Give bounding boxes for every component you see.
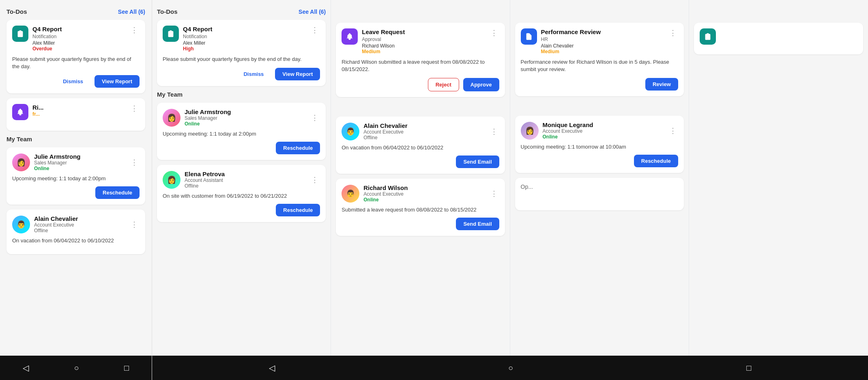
- col1-q4-status: High: [183, 46, 213, 52]
- col3-monique-body: Upcoming meeting: 1:1 tomorrow at 10:00a…: [521, 144, 678, 150]
- col2-spacer: [336, 8, 505, 23]
- col1-elena-avatar: 👩: [163, 171, 180, 189]
- julie-card-header: 👩 Julie Armstrong Sales Manager Online ⋮: [12, 153, 140, 171]
- col3-monique-more[interactable]: ⋮: [668, 126, 678, 135]
- col1-julie-card: 👩 Julie Armstrong Sales Manager Online ⋮…: [157, 103, 326, 160]
- tablet-home-icon[interactable]: ○: [508, 363, 513, 373]
- col2-leave-more[interactable]: ⋮: [489, 28, 499, 37]
- col3-monique-avatar: 👩: [521, 122, 539, 140]
- see-all-link[interactable]: See All (6): [118, 9, 145, 15]
- col3-perf-sub: HR: [541, 37, 601, 42]
- col3-perf-body: Performance review for Richard Wilson is…: [521, 58, 678, 73]
- col3-perf-actions: Review: [521, 78, 678, 91]
- col2-richard-send-email[interactable]: Send Email: [456, 218, 499, 230]
- col1-julie-more[interactable]: ⋮: [309, 113, 320, 122]
- col3-monique-actions: Reschedule: [521, 155, 678, 167]
- col2-richard-title: Account Executive: [363, 191, 408, 197]
- alain-avatar: 👨: [12, 216, 30, 233]
- col2-richard-more[interactable]: ⋮: [489, 189, 499, 198]
- col1-see-all[interactable]: See All (6): [299, 9, 326, 15]
- col2-alain-body: On vacation from 06/04/2022 to 06/10/202…: [342, 145, 499, 151]
- col2-leave-body: Richard Wilson submitted a leave request…: [342, 58, 499, 73]
- phone-screen: To-Dos See All (6) Q4 Report Notificatio…: [0, 0, 152, 380]
- col3-perf-icon-info: Performance Review HR Alain Chevalier Me…: [521, 28, 601, 54]
- col1-q4-sub: Notification: [183, 34, 213, 39]
- col1-q4-more[interactable]: ⋮: [309, 26, 320, 35]
- col1-elena-more[interactable]: ⋮: [309, 175, 320, 184]
- col2-leave-actions: Reject Approve: [342, 78, 499, 91]
- col3-review-button[interactable]: Review: [645, 78, 678, 91]
- tablet-bottom-nav: ◁ ○ □: [152, 356, 868, 380]
- julie-name: Julie Armstrong: [34, 153, 80, 160]
- alain-card: 👨 Alain Chevalier Account Executive Offl…: [6, 209, 145, 254]
- col2-richard-actions: Send Email: [342, 218, 499, 230]
- col3-monique-header: 👩 Monique Legrand Account Executive Onli…: [521, 121, 678, 140]
- julie-reschedule-button[interactable]: Reschedule: [95, 186, 140, 199]
- col2-alain-status: Offline: [363, 135, 407, 140]
- more-options-icon[interactable]: ⋮: [129, 26, 140, 35]
- report-icon: [12, 26, 28, 42]
- square-icon[interactable]: □: [124, 363, 129, 373]
- col1-todos-title: To-Dos: [157, 8, 178, 15]
- col3-monique-reschedule[interactable]: Reschedule: [634, 155, 678, 167]
- julie-more-icon[interactable]: ⋮: [129, 158, 140, 167]
- tablet-col-4: [689, 0, 868, 356]
- partial-title: Ri...: [32, 104, 44, 111]
- col2-leave-title: Leave Request: [362, 28, 405, 36]
- col1-view-report-button[interactable]: View Report: [275, 68, 320, 80]
- col1-q4-name: Alex Miller: [183, 40, 213, 46]
- col2-leave-status: Medium: [362, 49, 405, 54]
- col2-alain-actions: Send Email: [342, 155, 499, 168]
- col1-julie-body: Upcoming meeting: 1:1 today at 2:00pm: [163, 131, 320, 137]
- col1-julie-info: 👩 Julie Armstrong Sales Manager Online: [163, 108, 231, 127]
- alain-info: 👨 Alain Chevalier Account Executive Offl…: [12, 215, 78, 233]
- col1-elena-status: Offline: [185, 183, 225, 189]
- col4-partial-header: [700, 28, 857, 45]
- tablet-back-icon[interactable]: ◁: [269, 363, 275, 373]
- col1-dismiss-button[interactable]: Dismiss: [236, 68, 271, 80]
- alain-more-icon[interactable]: ⋮: [129, 220, 140, 229]
- tablet-col-3: Performance Review HR Alain Chevalier Me…: [510, 0, 689, 356]
- col1-q4-body: Please submit youor quarterly figures by…: [163, 56, 320, 63]
- col3-perf-card: Performance Review HR Alain Chevalier Me…: [515, 23, 684, 96]
- partial-status: fr...: [32, 111, 44, 117]
- col1-julie-reschedule[interactable]: Reschedule: [276, 142, 320, 154]
- col3-perf-status: Medium: [541, 49, 601, 54]
- card-sub: Notification: [32, 34, 62, 39]
- dismiss-button[interactable]: Dismiss: [56, 75, 90, 88]
- col1-elena-info: 👩 Elena Petrova Account Assistant Offlin…: [163, 171, 225, 189]
- tablet-square-icon[interactable]: □: [746, 363, 751, 373]
- col2-leave-header: Leave Request Approval Richard Wilson Me…: [342, 28, 499, 54]
- col2-leave-info: Leave Request Approval Richard Wilson Me…: [362, 28, 405, 54]
- col1-report-icon: [163, 26, 179, 42]
- phone-content: To-Dos See All (6) Q4 Report Notificatio…: [0, 0, 152, 356]
- view-report-button[interactable]: View Report: [95, 75, 140, 88]
- col2-richard-card: 👨 Richard Wilson Account Executive Onlin…: [336, 179, 505, 236]
- col1-elena-reschedule[interactable]: Reschedule: [276, 204, 320, 216]
- col3-myteam-spacer: [515, 101, 684, 116]
- col3-partial-text: Op...: [521, 184, 678, 190]
- col3-perf-name: Alain Chevalier: [541, 43, 601, 49]
- partial-more-icon[interactable]: ⋮: [129, 104, 140, 113]
- col2-reject-button[interactable]: Reject: [428, 78, 459, 91]
- col2-leave-icon-info: Leave Request Approval Richard Wilson Me…: [342, 28, 405, 54]
- col1-elena-text: Elena Petrova Account Assistant Offline: [185, 171, 225, 189]
- col2-approve-button[interactable]: Approve: [463, 78, 499, 91]
- alain-status: Offline: [34, 228, 78, 233]
- back-icon[interactable]: ◁: [23, 363, 29, 373]
- tablet-col-1: To-Dos See All (6) Q4 Report Notificatio…: [152, 0, 331, 356]
- col3-monique-info: 👩 Monique Legrand Account Executive Onli…: [521, 121, 593, 140]
- col3-perf-more[interactable]: ⋮: [668, 28, 678, 37]
- col2-alain-text: Alain Chevalier Account Executive Offlin…: [363, 122, 407, 140]
- col1-elena-card: 👩 Elena Petrova Account Assistant Offlin…: [157, 165, 326, 222]
- col1-julie-actions: Reschedule: [163, 142, 320, 154]
- alain-text: Alain Chevalier Account Executive Offlin…: [34, 215, 78, 233]
- col1-q4-header: Q4 Report Notification Alex Miller High …: [163, 26, 320, 52]
- col3-partial-card: Op...: [515, 178, 684, 210]
- col3-perf-title: Performance Review: [541, 28, 601, 36]
- col2-alain-more[interactable]: ⋮: [489, 127, 499, 136]
- home-icon[interactable]: ○: [74, 363, 79, 373]
- col2-alain-send-email[interactable]: Send Email: [456, 155, 499, 168]
- col1-julie-avatar: 👩: [163, 109, 180, 127]
- alain-card-header: 👨 Alain Chevalier Account Executive Offl…: [12, 215, 140, 233]
